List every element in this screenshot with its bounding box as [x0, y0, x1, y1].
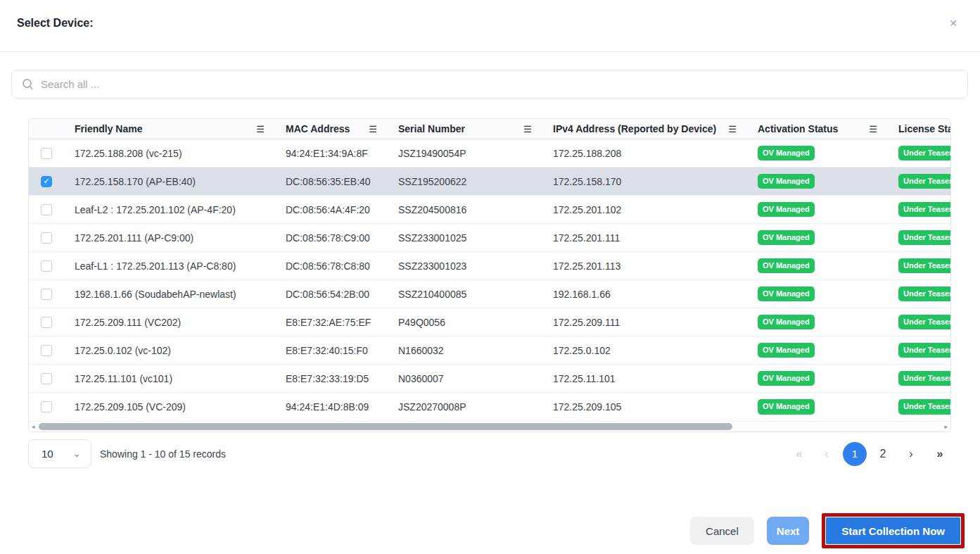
- close-icon[interactable]: ✕: [949, 18, 957, 28]
- column-menu-icon[interactable]: ☰: [869, 124, 877, 134]
- page-size-select[interactable]: 10 ⌄: [28, 439, 91, 468]
- chevron-down-icon: ⌄: [72, 451, 81, 456]
- license-status-badge: Under Teaser: [898, 174, 951, 189]
- cancel-button[interactable]: Cancel: [690, 517, 754, 545]
- license-status-badge: Under Teaser: [898, 343, 951, 358]
- horizontal-scrollbar[interactable]: ◂ ▸: [29, 421, 950, 432]
- cell-checkbox: [29, 196, 75, 223]
- table-row[interactable]: 172.25.158.170 (AP-EB:40) DC:08:56:35:EB…: [29, 168, 951, 196]
- table-row[interactable]: 172.25.188.208 (vc-215) 94:24:E1:34:9A:8…: [29, 139, 951, 168]
- activation-status-badge: OV Managed: [758, 371, 815, 386]
- activation-status-badge: OV Managed: [758, 315, 815, 329]
- column-menu-icon[interactable]: ☰: [256, 124, 265, 134]
- search-input[interactable]: [41, 78, 957, 90]
- scroll-left-icon[interactable]: ◂: [32, 422, 35, 432]
- cell-serial-number: SSZ210400085: [398, 280, 553, 308]
- modal-footer: Cancel Next Start Collection Now: [0, 513, 980, 548]
- next-button[interactable]: Next: [767, 517, 810, 545]
- cell-license-status: Under Teaser: [898, 336, 951, 364]
- activation-status-badge: OV Managed: [758, 230, 815, 245]
- pagination-prev-button[interactable]: ‹: [815, 442, 839, 466]
- row-checkbox[interactable]: [41, 345, 52, 356]
- cell-serial-number: SSZ233001025: [398, 224, 553, 251]
- activation-status-badge: OV Managed: [758, 258, 815, 273]
- device-table: Friendly Name ☰ MAC Address ☰ Serial Num…: [28, 118, 951, 432]
- scrollbar-thumb[interactable]: [39, 423, 732, 430]
- header-checkbox-column: [29, 119, 75, 139]
- table-row[interactable]: Leaf-L2 : 172.25.201.102 (AP-4F:20) DC:0…: [29, 196, 951, 224]
- activation-status-badge: OV Managed: [758, 174, 815, 189]
- header-ipv4-address: IPv4 Address (Reported by Device) ☰: [553, 119, 758, 139]
- cell-friendly-name: 192.168.1.66 (SoudabehAP-newlast): [75, 280, 286, 308]
- cell-ipv4-address: 172.25.201.111: [553, 224, 758, 251]
- scroll-right-icon[interactable]: ▸: [944, 422, 948, 432]
- cell-license-status: Under Teaser: [898, 365, 951, 392]
- cell-mac-address: DC:08:56:54:2B:00: [286, 280, 398, 308]
- header-friendly-name-label: Friendly Name: [75, 123, 142, 134]
- cell-license-status: Under Teaser: [898, 224, 951, 251]
- license-status-badge: Under Teaser: [898, 202, 951, 217]
- cell-serial-number: SSZ195200622: [398, 168, 553, 195]
- cell-activation-status: OV Managed: [758, 393, 898, 421]
- license-status-badge: Under Teaser: [898, 287, 951, 301]
- start-collection-now-button[interactable]: Start Collection Now: [826, 517, 960, 544]
- column-menu-icon[interactable]: ☰: [369, 124, 377, 134]
- column-menu-icon[interactable]: ☰: [728, 124, 737, 134]
- header-license-status-label: License Status: [898, 123, 951, 134]
- pagination-last-button[interactable]: »: [927, 442, 951, 466]
- row-checkbox[interactable]: [41, 289, 52, 300]
- pagination-first-button[interactable]: «: [787, 442, 810, 466]
- pagination-page-1[interactable]: 1: [843, 442, 867, 466]
- row-checkbox[interactable]: [41, 260, 52, 272]
- column-menu-icon[interactable]: ☰: [523, 124, 532, 134]
- cell-friendly-name: 172.25.188.208 (vc-215): [75, 139, 286, 167]
- cell-activation-status: OV Managed: [758, 308, 898, 336]
- cell-activation-status: OV Managed: [758, 365, 898, 392]
- license-status-badge: Under Teaser: [898, 230, 951, 245]
- cell-ipv4-address: 172.25.201.113: [553, 252, 758, 279]
- cell-license-status: Under Teaser: [898, 280, 951, 308]
- table-row[interactable]: 192.168.1.66 (SoudabehAP-newlast) DC:08:…: [29, 280, 951, 308]
- header-friendly-name: Friendly Name ☰: [75, 119, 286, 139]
- cell-mac-address: DC:08:56:4A:4F:20: [286, 196, 398, 223]
- pagination-page-2[interactable]: 2: [871, 442, 895, 466]
- table-row[interactable]: Leaf-L1 : 172.25.201.113 (AP-C8:80) DC:0…: [29, 252, 951, 280]
- cell-activation-status: OV Managed: [758, 252, 898, 279]
- cell-license-status: Under Teaser: [898, 139, 951, 167]
- cell-checkbox: [29, 139, 75, 167]
- cell-ipv4-address: 172.25.201.102: [553, 196, 758, 223]
- cell-ipv4-address: 172.25.188.208: [553, 139, 758, 167]
- cell-checkbox: [29, 280, 75, 308]
- cell-serial-number: P49Q0056: [398, 308, 553, 336]
- license-status-badge: Under Teaser: [898, 399, 951, 414]
- table-row[interactable]: 172.25.209.105 (VC-209) 94:24:E1:4D:8B:0…: [29, 393, 951, 421]
- row-checkbox[interactable]: [41, 176, 52, 187]
- cell-ipv4-address: 172.25.11.101: [553, 365, 758, 392]
- table-row[interactable]: 172.25.201.111 (AP-C9:00) DC:08:56:78:C9…: [29, 224, 951, 252]
- cell-checkbox: [29, 168, 75, 195]
- pagination-next-button[interactable]: ›: [899, 442, 923, 466]
- search-box[interactable]: [11, 70, 968, 99]
- header-activation-status: Activation Status ☰: [758, 119, 898, 139]
- header-serial-number: Serial Number ☰: [398, 119, 553, 139]
- row-checkbox[interactable]: [41, 317, 52, 328]
- header-license-status: License Status ☰: [898, 119, 951, 139]
- row-checkbox[interactable]: [41, 148, 52, 159]
- pager: « ‹ 1 2 › »: [787, 442, 951, 466]
- row-checkbox[interactable]: [41, 232, 52, 244]
- highlight-annotation-box: Start Collection Now: [822, 513, 965, 548]
- cell-serial-number: SSZ204500816: [398, 196, 553, 223]
- cell-mac-address: E8:E7:32:40:15:F0: [286, 336, 398, 364]
- cell-license-status: Under Teaser: [898, 252, 951, 279]
- cell-checkbox: [29, 393, 75, 421]
- row-checkbox[interactable]: [41, 204, 52, 215]
- table-row[interactable]: 172.25.0.102 (vc-102) E8:E7:32:40:15:F0 …: [29, 336, 951, 365]
- table-row[interactable]: 172.25.209.111 (VC202) E8:E7:32:AE:75:EF…: [29, 308, 951, 336]
- row-checkbox[interactable]: [41, 401, 52, 413]
- table-row[interactable]: 172.25.11.101 (vc101) E8:E7:32:33:19:D5 …: [29, 365, 951, 393]
- cell-ipv4-address: 192.168.1.66: [553, 280, 758, 308]
- table-header-row: Friendly Name ☰ MAC Address ☰ Serial Num…: [29, 119, 951, 139]
- cell-checkbox: [29, 252, 75, 279]
- cell-friendly-name: Leaf-L2 : 172.25.201.102 (AP-4F:20): [75, 196, 286, 223]
- row-checkbox[interactable]: [41, 373, 52, 384]
